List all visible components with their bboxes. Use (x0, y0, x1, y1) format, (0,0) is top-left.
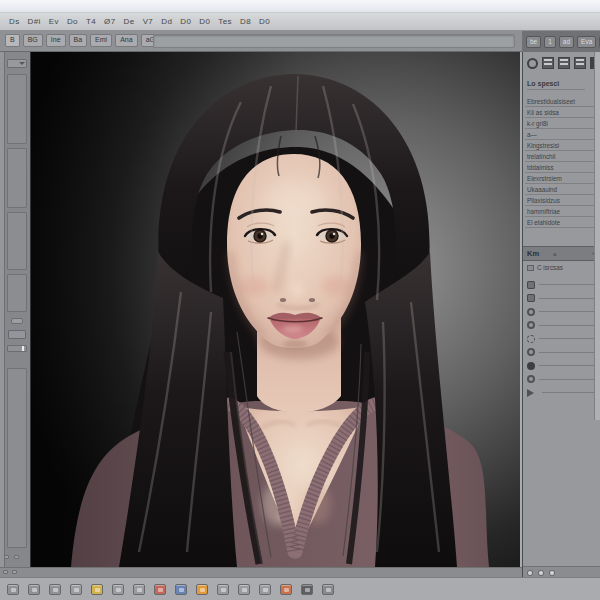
panel-tab[interactable]: 1 (544, 36, 556, 48)
toolbar-tab[interactable]: Ana (115, 34, 137, 47)
sidebar-bottom-icon-1[interactable] (4, 555, 9, 559)
cursor-tool-icon[interactable] (49, 584, 61, 595)
tool-divider (539, 284, 597, 285)
menu-item[interactable]: D#i (28, 17, 41, 26)
menu-item[interactable]: Ev (49, 17, 59, 26)
sidebar-section-2[interactable] (7, 148, 27, 208)
layers-list-item[interactable]: hammiftriae (525, 206, 597, 217)
sidebar-section-3[interactable] (7, 212, 27, 270)
layers-list-item[interactable]: tddaimiss (525, 162, 597, 173)
layers-list-item[interactable]: Kingstresisi (525, 140, 597, 151)
toolbar-input-field[interactable] (153, 34, 515, 48)
page-tool-icon[interactable] (70, 584, 82, 595)
tool-row[interactable] (527, 373, 597, 387)
panel2-tool-icon[interactable] (259, 584, 271, 595)
layers-list-item[interactable]: Elexrstrsiem (525, 173, 597, 184)
toolbar-tab[interactable]: BG (23, 34, 43, 47)
layers-list-item[interactable]: trelatinchil (525, 151, 597, 162)
orange-dot-icon[interactable] (196, 584, 208, 595)
tool-icon (527, 348, 535, 356)
sidebar-swatch-chip[interactable] (8, 330, 26, 339)
sidebar-dropdown[interactable] (7, 59, 27, 68)
sidebar-section-1[interactable] (7, 74, 27, 144)
layers-list-item[interactable]: a— (525, 129, 597, 140)
layers-list-item[interactable]: Kii as sidsa (525, 107, 597, 118)
tools-list (527, 278, 597, 400)
tool-row[interactable] (527, 359, 597, 373)
toolbar-tab[interactable]: Ba (69, 34, 88, 47)
layers-list-item[interactable]: Ebrestidualsiseet (525, 96, 597, 107)
tool-row[interactable] (527, 332, 597, 346)
menu-item[interactable]: De (124, 17, 135, 26)
tool-icon (527, 375, 535, 383)
layers-list-item[interactable]: Pllaxisidzus (525, 195, 597, 206)
lines-view-icon[interactable] (574, 57, 586, 69)
split-list-icon[interactable] (558, 57, 570, 69)
tool-row[interactable] (527, 346, 597, 360)
menu-item[interactable]: V7 (143, 17, 154, 26)
tool-row[interactable] (527, 278, 597, 292)
tool-row[interactable] (527, 319, 597, 333)
panel-tab[interactable]: ad (559, 36, 574, 48)
menu-item[interactable]: D0 (180, 17, 191, 26)
menu-item[interactable]: T4 (86, 17, 96, 26)
portrait-image (31, 52, 520, 567)
panel-tab[interactable]: Eva (577, 36, 596, 48)
filter-label: C isrcsas (537, 264, 563, 271)
panel-footer-dot[interactable] (550, 571, 554, 575)
toolbar-tab[interactable]: Emi (90, 34, 112, 47)
sidebar-bottom-icon-2[interactable] (14, 555, 19, 559)
panel-tab[interactable]: be (526, 36, 541, 48)
orange-swatch-icon[interactable] (280, 584, 292, 595)
panel-footer-dot[interactable] (528, 571, 532, 575)
columns-tool-icon[interactable] (322, 584, 334, 595)
sidebar-section-4[interactable] (7, 274, 27, 312)
toolbar-tab[interactable]: B (5, 34, 20, 47)
tool-row[interactable] (527, 305, 597, 319)
panel-footer-dot[interactable] (539, 571, 543, 575)
menu-item[interactable]: D8 (240, 17, 251, 26)
menu-item[interactable]: Dd (161, 17, 172, 26)
sidebar-section-5[interactable] (7, 368, 27, 548)
tool-row[interactable] (527, 292, 597, 306)
filter-row[interactable]: C isrcsas (527, 264, 563, 271)
grid2-tool-icon[interactable] (217, 584, 229, 595)
canvas-area[interactable] (31, 52, 520, 567)
tool-row[interactable] (527, 386, 597, 400)
tool-icon (527, 308, 535, 316)
tool-divider (539, 338, 597, 339)
tool-divider (539, 365, 597, 366)
panel-scrollbar[interactable] (594, 52, 600, 420)
circles-tool-icon[interactable] (28, 584, 40, 595)
layers-list-item[interactable]: Ukaaauind (525, 184, 597, 195)
tools-section-center-label: a (553, 251, 592, 257)
red-swatch-icon[interactable] (154, 584, 166, 595)
status-strip (0, 567, 522, 577)
yellow-folder-icon[interactable] (91, 584, 103, 595)
menu-item[interactable]: D0 (259, 17, 270, 26)
sidebar-rail (0, 52, 5, 567)
file-tool-icon[interactable] (112, 584, 124, 595)
status-icon-2[interactable] (12, 570, 17, 574)
blue-swatch-icon[interactable] (175, 584, 187, 595)
grid-tool-icon[interactable] (133, 584, 145, 595)
frame-tool-icon[interactable] (7, 584, 19, 595)
tool-icon (527, 362, 535, 370)
menu-item[interactable]: Ds (9, 17, 20, 26)
menu-item[interactable]: Tes (218, 17, 232, 26)
tool-divider (542, 392, 597, 393)
menu-item[interactable]: Do (67, 17, 78, 26)
dark-tool-icon[interactable] (301, 584, 313, 595)
toolbar-tab[interactable]: Ine (46, 34, 66, 47)
menu-item[interactable]: Ø7 (104, 17, 115, 26)
layers-panel-title: Lo spesci (527, 80, 585, 90)
ring-icon[interactable] (527, 58, 538, 69)
sidebar-mini-slider[interactable] (7, 345, 27, 352)
list-view-icon[interactable] (542, 57, 554, 69)
panel-tool-icon[interactable] (238, 584, 250, 595)
layers-list-item[interactable]: k-r gri8i (525, 118, 597, 129)
layers-list-item[interactable]: El elahidote (525, 217, 597, 228)
status-icon-1[interactable] (3, 570, 8, 574)
menu-item[interactable]: D0 (199, 17, 210, 26)
sidebar-tool-button[interactable] (11, 318, 23, 324)
